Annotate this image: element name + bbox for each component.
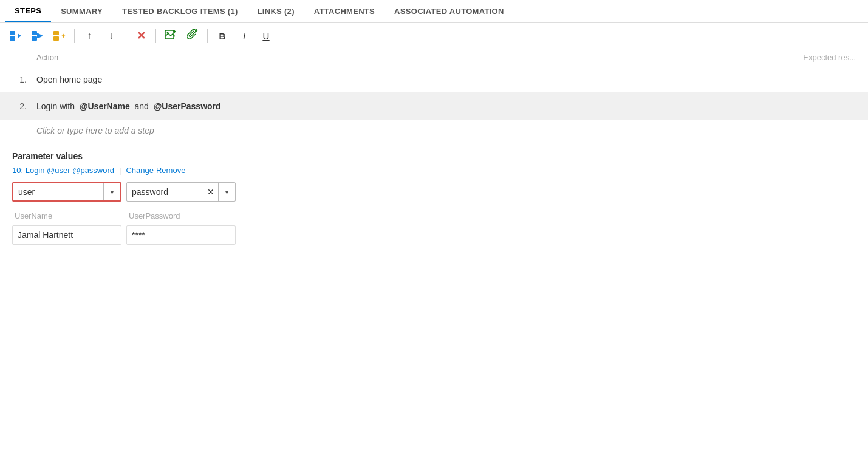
delete-icon: ✕ (137, 29, 146, 43)
bold-button[interactable]: B (213, 27, 232, 45)
separator-3 (155, 29, 156, 43)
param-separator: | (119, 166, 121, 175)
username-value[interactable]: Jamal Hartnett (12, 225, 121, 245)
svg-rect-7 (53, 31, 59, 35)
tab-backlog[interactable]: TESTED BACKLOG ITEMS (1) (112, 1, 248, 22)
svg-rect-0 (10, 31, 15, 35)
move-down-button[interactable]: ↓ (101, 27, 121, 45)
move-up-button[interactable]: ↑ (80, 27, 99, 45)
attach-icon: + (187, 29, 198, 43)
add-step2-button[interactable] (28, 27, 47, 45)
step-number-2: 2. (0, 101, 36, 111)
tab-attachments[interactable]: ATTACHMENTS (304, 1, 384, 22)
top-tabs-bar: STEPS SUMMARY TESTED BACKLOG ITEMS (1) L… (0, 0, 868, 23)
svg-rect-1 (10, 36, 15, 41)
param-section-title: Parameter values (12, 151, 856, 161)
add-step-button[interactable] (6, 27, 26, 45)
svg-text:+: + (173, 29, 176, 35)
step-action-2[interactable]: Login with @UserName and @UserPassword (36, 101, 868, 111)
attach-button[interactable]: + (183, 27, 202, 45)
italic-button[interactable]: I (234, 27, 254, 45)
user-dropdown[interactable]: user ▾ (12, 182, 121, 202)
tab-steps[interactable]: STEPS (5, 0, 51, 22)
tab-summary[interactable]: SUMMARY (51, 1, 112, 22)
clear-password-button[interactable]: ✕ (203, 185, 218, 199)
insert-image-button[interactable]: + (161, 27, 180, 45)
underline-button[interactable]: U (256, 27, 276, 45)
add-step2-icon (31, 30, 44, 41)
change-link[interactable]: Change (126, 166, 154, 175)
param-link[interactable]: 10: Login @user @password (12, 166, 114, 175)
password-dropdown-value: password (127, 187, 203, 197)
step-number-1: 1. (0, 75, 36, 84)
password-value[interactable]: **** (126, 225, 236, 245)
svg-text:+: + (195, 29, 198, 33)
arrow-down-icon: ↓ (109, 30, 114, 41)
add-step-hint[interactable]: Click or type here to add a step (0, 120, 868, 141)
chevron-down-icon: ▾ (225, 189, 228, 196)
param-dropdowns: user ▾ password ✕ ▾ (12, 182, 856, 202)
bold-icon: B (219, 31, 226, 41)
action-column-header: Action (36, 53, 795, 62)
userpassword-label: UserPassword (126, 211, 236, 220)
remove-link[interactable]: Remove (156, 166, 185, 175)
expected-column-header: Expected res... (795, 53, 868, 62)
svg-rect-8 (53, 36, 59, 41)
table-row[interactable]: 1. Open home page (0, 66, 868, 93)
svg-rect-3 (32, 31, 37, 35)
user-dropdown-value: user (13, 187, 103, 197)
password-dropdown-arrow[interactable]: ▾ (218, 183, 235, 201)
password-dropdown[interactable]: password ✕ ▾ (126, 182, 236, 202)
separator-4 (207, 29, 208, 43)
svg-marker-2 (18, 33, 21, 38)
add-step3-button[interactable]: ✦ (50, 27, 69, 45)
steps-content: Action Expected res... 1. Open home page… (0, 49, 868, 141)
separator-2 (126, 29, 126, 43)
table-header: Action Expected res... (0, 49, 868, 66)
underline-icon: U (263, 31, 270, 41)
param-values: Jamal Hartnett **** (12, 225, 856, 245)
chevron-down-icon: ▾ (111, 189, 114, 196)
username-label: UserName (12, 211, 121, 220)
table-row[interactable]: 2. Login with @UserName and @UserPasswor… (0, 93, 868, 120)
italic-icon: I (243, 31, 245, 41)
add-step3-icon: ✦ (53, 30, 66, 41)
arrow-up-icon: ↑ (87, 30, 92, 41)
param-subtitle: 10: Login @user @password | Change Remov… (12, 166, 856, 175)
svg-text:✦: ✦ (61, 33, 66, 39)
delete-button[interactable]: ✕ (131, 27, 151, 45)
tab-automation[interactable]: ASSOCIATED AUTOMATION (384, 1, 514, 22)
add-step-icon (9, 30, 22, 41)
svg-marker-5 (38, 33, 43, 38)
param-labels: UserName UserPassword (12, 211, 856, 220)
tab-links[interactable]: LINKS (2) (248, 1, 304, 22)
separator-1 (74, 29, 75, 43)
svg-rect-4 (32, 36, 37, 41)
parameter-values-section: Parameter values 10: Login @user @passwo… (0, 141, 868, 254)
steps-toolbar: ✦ ↑ ↓ ✕ + + B I (0, 23, 868, 49)
username-param: @UserName (80, 101, 130, 111)
step-action-1[interactable]: Open home page (36, 75, 868, 84)
password-param: @UserPassword (154, 101, 221, 111)
user-dropdown-arrow[interactable]: ▾ (103, 183, 120, 200)
insert-image-icon: + (164, 29, 177, 43)
